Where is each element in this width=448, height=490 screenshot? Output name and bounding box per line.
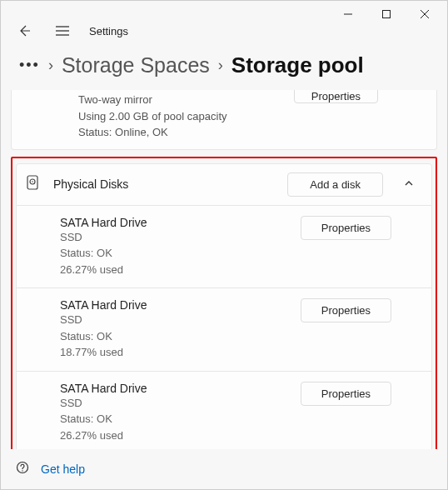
- space-capacity: Using 2.00 GB of pool capacity: [78, 108, 425, 125]
- physical-disks-section: Physical Disks Add a disk SATA Hard Driv…: [11, 157, 437, 450]
- disk-type: SSD: [60, 229, 292, 246]
- svg-rect-7: [27, 176, 37, 189]
- menu-button[interactable]: [51, 19, 74, 42]
- disk-used: 26.27% used: [60, 262, 292, 278]
- disk-row: SATA Hard Drive SSD Status: OK 18.77% us…: [16, 288, 432, 372]
- disk-row: SATA Hard Drive SSD Status: OK 26.27% us…: [16, 206, 432, 289]
- disk-type: SSD: [60, 312, 292, 328]
- chevron-right-icon: ›: [218, 57, 223, 74]
- disk-name: SATA Hard Drive: [60, 298, 292, 312]
- top-toolbar: Settings: [1, 19, 447, 49]
- disk-used: 26.27% used: [60, 428, 292, 444]
- disk-name: SATA Hard Drive: [60, 382, 292, 395]
- properties-button[interactable]: Properties: [301, 382, 391, 406]
- disk-name: SATA Hard Drive: [60, 216, 292, 229]
- svg-point-9: [32, 181, 33, 182]
- properties-button[interactable]: Properties: [301, 216, 391, 240]
- svg-rect-1: [383, 11, 391, 18]
- physical-disks-header[interactable]: Physical Disks Add a disk: [16, 163, 432, 206]
- properties-button[interactable]: Properties: [301, 298, 391, 322]
- breadcrumb: ••• › Storage Spaces › Storage pool: [1, 49, 447, 90]
- chevron-up-icon[interactable]: [395, 178, 423, 191]
- disk-status: Status: OK: [60, 328, 292, 345]
- physical-disks-title: Physical Disks: [53, 178, 276, 191]
- breadcrumb-more-icon[interactable]: •••: [19, 57, 40, 74]
- breadcrumb-current: Storage pool: [231, 52, 364, 78]
- footer: Get help: [1, 449, 447, 489]
- disk-icon: [23, 175, 42, 193]
- chevron-right-icon: ›: [48, 57, 53, 74]
- disk-row: SATA Hard Drive SSD Status: OK 26.27% us…: [16, 372, 432, 450]
- disk-used: 18.77% used: [60, 344, 292, 361]
- settings-window: Settings ••• › Storage Spaces › Storage …: [0, 0, 448, 490]
- svg-point-11: [22, 470, 22, 471]
- breadcrumb-parent[interactable]: Storage Spaces: [62, 53, 210, 78]
- storage-space-card-partial: Properties Two-way mirror Using 2.00 GB …: [11, 90, 437, 150]
- get-help-link[interactable]: Get help: [41, 462, 85, 476]
- help-icon: [16, 461, 29, 478]
- disk-status: Status: OK: [60, 245, 292, 262]
- app-title: Settings: [89, 25, 128, 38]
- space-status: Status: Online, OK: [78, 124, 425, 141]
- disk-type: SSD: [60, 395, 292, 412]
- disk-status: Status: OK: [60, 411, 292, 428]
- add-disk-button[interactable]: Add a disk: [287, 172, 383, 197]
- content-area: Properties Two-way mirror Using 2.00 GB …: [1, 90, 447, 449]
- back-button[interactable]: [12, 19, 36, 42]
- properties-button[interactable]: Properties: [294, 90, 378, 103]
